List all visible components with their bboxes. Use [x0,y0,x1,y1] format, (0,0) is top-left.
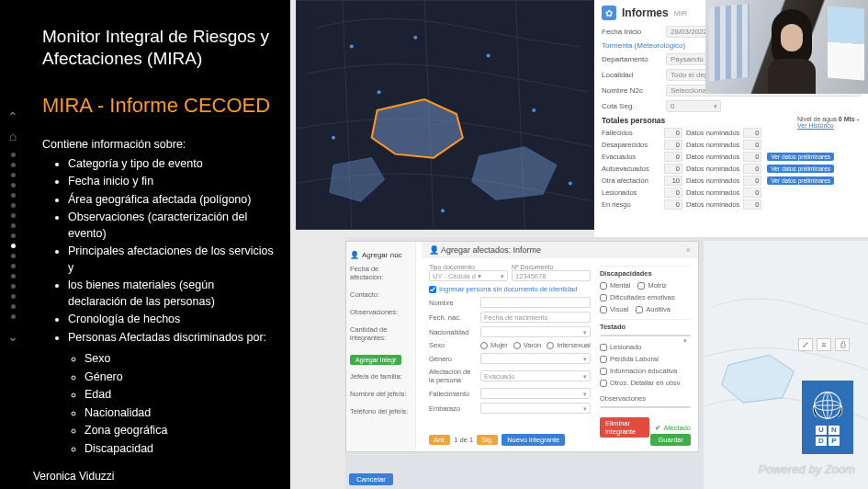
nav-dot[interactable] [11,264,16,268]
slide-bullet: Personas Afectadas discriminados por: [68,330,276,347]
stat-count[interactable]: 0 [664,152,682,162]
fullscreen-icon[interactable]: ⤢ [798,338,813,351]
map-tool-icons: ⤢ ≡ ⎙ [798,338,850,351]
testado-select[interactable] [600,335,691,336]
nav-dot[interactable] [11,223,16,228]
close-icon[interactable]: × [686,245,691,255]
genero-select[interactable] [480,353,591,364]
disc-checkbox[interactable] [600,282,607,290]
nuevo-integrante-button[interactable]: Nuevo integrante [502,434,565,446]
nav-dot[interactable] [11,183,16,188]
home-icon[interactable]: ⌂ [9,129,17,143]
cancelar-button[interactable]: Cancelar [349,473,393,485]
guardar-button[interactable]: Guardar [650,434,691,446]
stat-count2[interactable]: 0 [743,188,761,198]
localidad-label: Localidad [602,71,660,79]
fallecimiento-select[interactable] [480,388,591,399]
ver-datos-button[interactable]: Ver datos preliminares [767,176,834,185]
disc-opt: Auditiva [646,305,671,313]
afectacion-label: Afectación de la persona [429,368,477,384]
obs-textarea[interactable] [600,406,691,408]
tipo-doc-select[interactable]: UY - Cédula d ▾ [429,270,508,281]
stat-count2[interactable]: 0 [743,164,761,174]
test-checkbox[interactable] [600,344,607,351]
nav-dot[interactable] [11,274,16,279]
test-opt: Información educativa [610,367,677,375]
num-doc-input[interactable]: 12345678 [512,270,591,281]
evento-tipo-link[interactable]: Tormenta (Meteorológico) [602,41,685,50]
nav-dot[interactable] [11,294,16,299]
stat-count[interactable]: 0 [664,128,682,138]
undp-letter: U [816,426,827,435]
embarazo-select[interactable] [480,403,591,414]
layers-icon[interactable]: ≡ [817,338,831,351]
agregar-integrante-button[interactable]: Agregar integr [350,355,401,365]
sexo-radio[interactable] [480,342,488,349]
stat-count2[interactable]: 0 [743,140,761,150]
ver-datos-button[interactable]: Ver datos preliminares [767,153,834,161]
slide-sub-bullets: Sexo Género Edad Nacionalidad Zona geogr… [42,351,276,457]
disc-checkbox[interactable] [636,306,643,313]
nav-dot[interactable] [11,254,16,258]
map-svg [297,1,593,229]
undp-letter: N [829,426,840,435]
fecha-inicio-label: Fecha Inicio [602,28,660,36]
nav-dot[interactable] [11,233,16,238]
disc-checkbox[interactable] [600,294,607,301]
nav-dot[interactable] [11,163,16,167]
nav-dot[interactable] [11,284,16,289]
disc-checkbox[interactable] [637,282,645,290]
afectacion-select[interactable]: Evacuado [480,370,591,381]
pager-prev-button[interactable]: Ant. [429,435,450,445]
nacionalidad-label: Nacionalidad [429,328,477,336]
map-view[interactable]: + − [296,0,594,230]
ver-datos-button[interactable]: Ver datos preliminares [767,165,834,173]
nombre-input[interactable] [480,297,591,308]
nav-dot[interactable] [11,203,16,208]
nacionalidad-select[interactable] [480,326,591,337]
content-area: + − [290,0,868,489]
stat-count[interactable]: 0 [664,164,682,174]
stat-count[interactable]: 0 [664,140,682,150]
slide-intro: Contiene información sobre: [42,138,276,151]
sin-doc-checkbox[interactable] [429,286,436,293]
num-doc-label: Nº Documento [512,264,591,270]
nav-dot[interactable] [11,193,16,198]
stat-count2[interactable]: 0 [743,199,761,210]
stat-count2[interactable]: 0 [743,152,761,162]
print-icon[interactable]: ⎙ [835,338,850,351]
nav-dot[interactable] [11,153,16,157]
nav-dot[interactable] [11,173,16,177]
stat-count[interactable]: 10 [664,176,682,186]
nav-dot[interactable] [11,213,16,218]
stats-list: Fallecidos0Datos nominados0Desaparecidos… [602,128,861,210]
test-opt: Lesionado [610,343,642,351]
stat-count2[interactable]: 0 [743,128,761,138]
telefono-jefe-label: Teléfono del jefe/a: [350,407,411,415]
sexo-radio[interactable] [513,342,521,349]
nivel-agua: Nivel de agua 0 Mts - Ver Histórico [797,116,859,129]
pager-next-button[interactable]: Sig. [477,435,498,445]
nav-dot[interactable] [11,304,16,309]
globe-icon [811,389,844,422]
stat-count2[interactable]: 0 [743,176,761,186]
stat-count[interactable]: 0 [664,199,682,210]
webcam-video [705,0,868,94]
slide-sub-bullet: Edad [85,387,276,404]
stat-count[interactable]: 0 [664,188,682,198]
nav-dot-active[interactable] [11,244,16,248]
test-checkbox[interactable] [600,356,607,363]
sin-doc-link[interactable]: Ingresar persona sin documento de identi… [439,285,578,293]
slide-bullet: Área geográfica afectada (polígono) [68,192,276,209]
disc-checkbox[interactable] [600,306,607,313]
fnac-input[interactable]: Fecha de nacimiento [480,312,591,323]
test-checkbox[interactable] [600,368,607,375]
chevron-up-icon[interactable]: ⌃ [7,110,18,123]
nav-dot[interactable] [11,314,16,319]
nivel-historico-link[interactable]: Ver Histórico [797,122,834,129]
chevron-down-icon[interactable]: ⌄ [7,330,18,343]
cota-input[interactable]: 0 [666,100,721,112]
embarazo-label: Embarazo [429,404,477,413]
sexo-radio[interactable] [547,342,554,349]
test-checkbox[interactable] [600,380,607,387]
